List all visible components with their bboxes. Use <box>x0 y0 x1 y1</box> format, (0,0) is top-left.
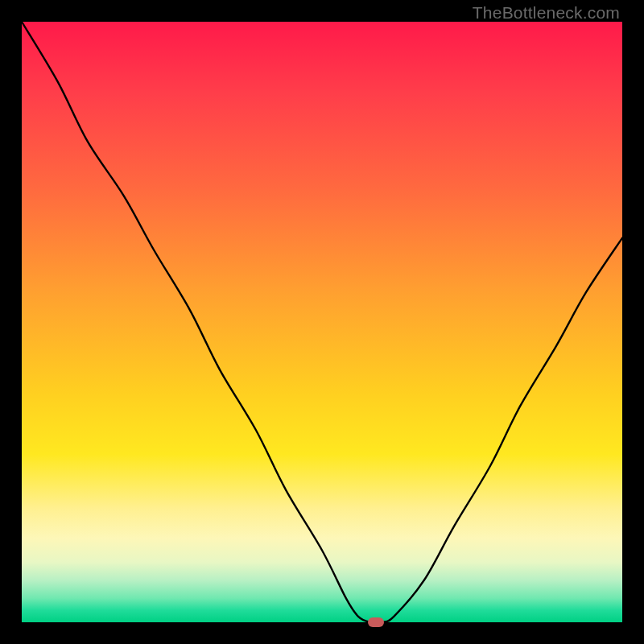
watermark-text: TheBottleneck.com <box>473 3 620 23</box>
chart-frame: TheBottleneck.com <box>0 0 644 644</box>
bottleneck-curve <box>22 22 622 622</box>
plot-area <box>22 22 622 622</box>
optimum-marker <box>368 617 384 627</box>
